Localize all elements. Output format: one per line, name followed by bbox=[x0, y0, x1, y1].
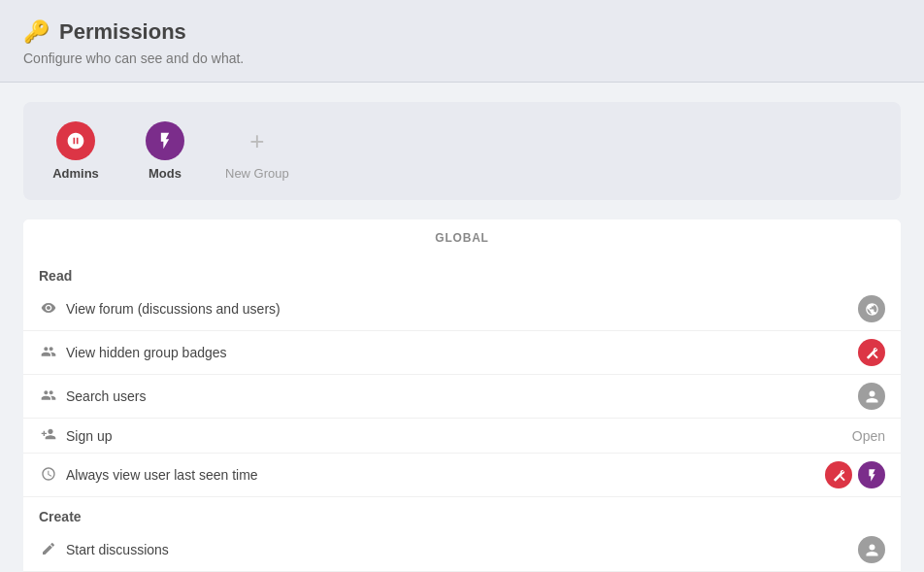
permissions-section: GLOBAL Read View forum (discussions and … bbox=[23, 219, 901, 572]
key-icon: 🔑 bbox=[23, 19, 50, 45]
new-group-icon: + bbox=[238, 121, 277, 160]
page-title: Permissions bbox=[59, 19, 186, 45]
search-users-right bbox=[858, 383, 885, 410]
lightning-badge-1 bbox=[858, 461, 885, 488]
main-content: Admins Mods + New Group GLOBAL Read bbox=[0, 83, 924, 572]
last-seen-label: Always view user last seen time bbox=[66, 467, 258, 483]
admins-avatar bbox=[56, 121, 95, 160]
new-group-label: New Group bbox=[225, 166, 289, 181]
edit-icon bbox=[39, 541, 58, 559]
global-header: GLOBAL bbox=[23, 219, 901, 256]
globe-badge bbox=[858, 295, 885, 322]
wrench-badge-2 bbox=[825, 461, 852, 488]
view-forum-label: View forum (discussions and users) bbox=[66, 301, 280, 317]
group-item-mods[interactable]: Mods bbox=[136, 121, 194, 181]
admins-label: Admins bbox=[52, 166, 99, 181]
page-header: 🔑 Permissions Configure who can see and … bbox=[0, 0, 924, 83]
users-icon-2 bbox=[39, 387, 58, 406]
start-discussions-label: Start discussions bbox=[66, 542, 169, 557]
wrench-badge-1 bbox=[858, 339, 885, 366]
permission-row-view-forum: View forum (discussions and users) bbox=[23, 287, 901, 331]
permission-row-search-users: Search users bbox=[23, 375, 901, 419]
permissions-table: GLOBAL Read View forum (discussions and … bbox=[23, 219, 901, 572]
search-users-label: Search users bbox=[66, 388, 146, 404]
clock-icon bbox=[39, 466, 58, 485]
section-read-label: Read bbox=[23, 256, 901, 287]
person-badge-2 bbox=[858, 536, 885, 563]
open-label: Open bbox=[852, 428, 885, 444]
start-discussions-right bbox=[858, 536, 885, 563]
group-item-admins[interactable]: Admins bbox=[47, 121, 105, 181]
sign-up-label: Sign up bbox=[66, 428, 112, 444]
view-hidden-badges-right bbox=[858, 339, 885, 366]
permission-row-view-hidden-badges: View hidden group badges bbox=[23, 331, 901, 375]
section-create-label: Create bbox=[23, 497, 901, 528]
person-badge-1 bbox=[858, 383, 885, 410]
user-plus-icon bbox=[39, 426, 58, 445]
last-seen-right bbox=[825, 461, 885, 488]
eye-icon bbox=[39, 300, 58, 319]
permission-row-last-seen: Always view user last seen time bbox=[23, 454, 901, 497]
new-group-item[interactable]: + New Group bbox=[225, 121, 289, 181]
permission-row-start-discussions: Start discussions bbox=[23, 528, 901, 572]
view-hidden-badges-label: View hidden group badges bbox=[66, 345, 227, 360]
mods-label: Mods bbox=[148, 166, 182, 181]
users-icon-1 bbox=[39, 344, 58, 362]
permission-row-sign-up: Sign up Open bbox=[23, 419, 901, 454]
view-forum-right bbox=[858, 295, 885, 322]
groups-card: Admins Mods + New Group bbox=[23, 102, 901, 200]
page-subtitle: Configure who can see and do what. bbox=[23, 50, 901, 66]
mods-avatar bbox=[146, 121, 184, 160]
sign-up-right: Open bbox=[852, 428, 885, 444]
